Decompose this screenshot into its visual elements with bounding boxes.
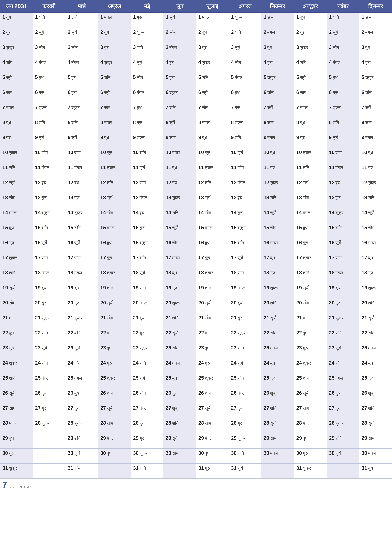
day-name: सोम [104, 105, 110, 110]
day-cell: 16सूर्ये [327, 238, 359, 253]
day-number: 27 [100, 405, 106, 411]
day-number: 6 [198, 89, 201, 95]
day-number: 12 [231, 180, 237, 185]
day-number: 16 [68, 240, 73, 245]
day-number: 11 [133, 165, 139, 170]
day-number: 16 [100, 240, 106, 245]
footer-empty [65, 479, 392, 494]
day-number: 12 [329, 180, 335, 185]
day-name: बुध [172, 270, 177, 275]
day-cell: 9गुरु [294, 133, 327, 148]
day-cell: 12सूर्ये [294, 178, 327, 193]
table-row: 11शनि11मंगल11मंगल11शुक्र11सूर्ये11बुध11श… [0, 163, 392, 178]
day-number: 10 [264, 150, 269, 155]
table-row: 19सूर्ये19बुध19बुध19शनि19सोम19गुरु19शनि1… [0, 283, 392, 298]
day-number: 6 [68, 89, 71, 95]
day-name: बुध [39, 75, 44, 80]
day-number: 26 [329, 390, 335, 396]
day-number: 7 [166, 104, 169, 110]
day-cell: 15सोम [359, 223, 392, 238]
day-cell: 31शुक्र [0, 464, 33, 479]
day-cell: 9सूर्ये [65, 133, 98, 148]
table-row: 26सूर्ये26बुध26बुध26शनि26सोम26गुरु26शनि2… [0, 388, 392, 403]
day-number: 20 [296, 300, 302, 306]
day-cell: 5गुरु [163, 73, 196, 88]
day-number: 21 [329, 315, 335, 321]
day-cell: 17बुध [359, 253, 392, 268]
day-cell: 23बुध [98, 343, 131, 358]
day-cell: 8सोम [359, 118, 392, 133]
day-name: गुरु [238, 315, 243, 320]
day-number: 29 [2, 435, 8, 441]
day-cell: 24शनि [131, 358, 164, 373]
day-name: बुध [42, 180, 46, 185]
table-row: 29बुध29शनि29मंगल29गुरु29सूर्ये29मंगल29शु… [0, 433, 392, 449]
day-number: 20 [166, 300, 171, 306]
day-name: मंगल [205, 436, 213, 441]
day-cell: 9शुक्र [131, 133, 164, 148]
day-number: 13 [133, 195, 139, 200]
day-number: 3 [329, 44, 332, 50]
day-name: मंगल [172, 361, 180, 365]
day-name: शनि [42, 225, 48, 230]
table-row: 6सोम6गुरु6गुरु6सूर्ये6मंगल6शुक्र6सूर्ये6… [0, 88, 392, 103]
day-number: 17 [231, 255, 237, 260]
day-cell: 20शनि [359, 298, 392, 313]
day-name: शुक्र [170, 90, 178, 95]
day-number: 30 [100, 450, 106, 456]
day-cell: 28सूर्ये [261, 418, 294, 433]
day-number: 4 [362, 59, 364, 65]
day-cell: 27शुक्र [163, 403, 196, 418]
day-number: 30 [231, 450, 237, 456]
day-number: 12 [68, 180, 73, 185]
day-cell: 9सूर्ये [327, 133, 359, 148]
day-number: 18 [264, 270, 269, 275]
day-number: 14 [296, 210, 302, 215]
day-cell [98, 464, 131, 479]
day-number: 28 [2, 420, 8, 426]
day-number: 28 [362, 420, 367, 426]
day-name: मंगल [238, 285, 245, 290]
day-name: सूर्ये [170, 120, 175, 125]
day-name: सोम [42, 255, 48, 260]
day-name: शनि [172, 315, 178, 320]
day-cell: 9शनि [229, 133, 261, 148]
day-name: गुरु [238, 210, 243, 215]
day-number: 5 [329, 74, 332, 80]
day-cell: 25गुरु [359, 373, 392, 388]
day-cell: 8सूर्ये [163, 118, 196, 133]
day-cell: 24गुरु [98, 358, 131, 373]
day-name: शनि [9, 376, 15, 380]
day-name: सूर्ये [335, 451, 341, 456]
day-cell: 31सूर्ये [229, 464, 261, 479]
day-number: 23 [133, 345, 139, 351]
day-name: शनि [335, 330, 342, 336]
day-name: मंगल [270, 240, 278, 245]
day-number: 13 [264, 195, 269, 200]
day-cell: 10शुक्र [0, 148, 33, 163]
day-cell: 14शुक्र [65, 208, 98, 223]
day-cell: 2शनि [229, 28, 261, 43]
day-number: 3 [166, 44, 169, 50]
day-name: गुरु [137, 120, 142, 125]
day-name: शुक्र [104, 60, 112, 65]
day-name: सूर्ये [71, 135, 77, 140]
day-number: 20 [100, 300, 106, 306]
day-number: 25 [264, 375, 269, 381]
day-name: गुरु [107, 150, 112, 155]
day-name: सूर्ये [140, 270, 145, 275]
day-cell [33, 449, 65, 464]
table-row: 22बुध22शनि22शनि22मंगल22गुरु22सूर्ये22मंग… [0, 328, 392, 343]
day-name: गुरु [6, 135, 11, 140]
day-name: गुरु [335, 300, 341, 305]
day-name: शनि [333, 120, 339, 125]
day-name: बुध [368, 255, 373, 260]
day-name: मंगल [303, 315, 310, 320]
table-row: 4शनि4मंगल4मंगल4शुक्र4सूर्ये4बुध4शुक्र4सो… [0, 58, 392, 73]
day-number: 19 [133, 285, 139, 291]
day-cell: 17गुरु [196, 253, 229, 268]
day-name: बुध [107, 240, 112, 245]
day-number: 4 [296, 59, 299, 65]
day-name: सूर्ये [300, 75, 306, 80]
day-name: गुरु [74, 300, 79, 305]
